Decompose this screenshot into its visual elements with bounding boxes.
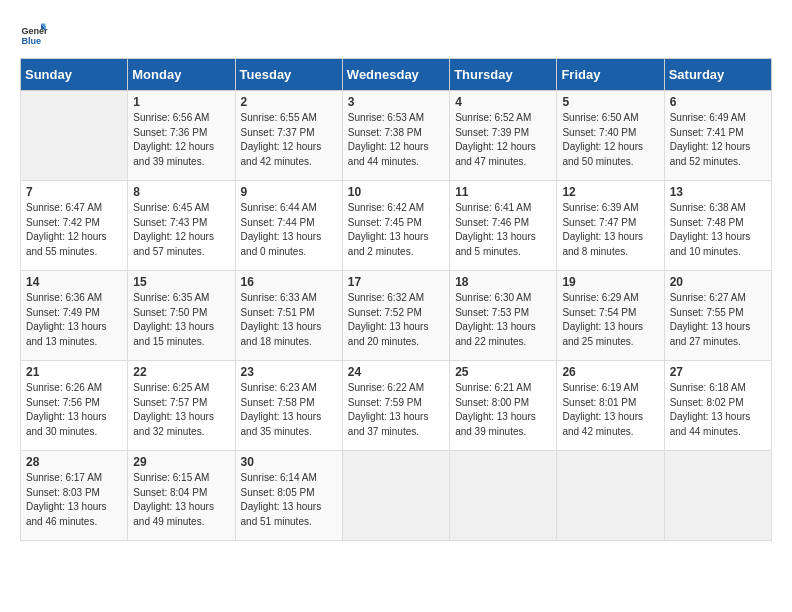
header-day: Friday (557, 59, 664, 91)
sunset-text: Sunset: 7:44 PM (241, 217, 315, 228)
cell-content: Sunrise: 6:32 AM Sunset: 7:52 PM Dayligh… (348, 291, 444, 349)
calendar-cell: 27 Sunrise: 6:18 AM Sunset: 8:02 PM Dayl… (664, 361, 771, 451)
sunrise-text: Sunrise: 6:44 AM (241, 202, 317, 213)
cell-content: Sunrise: 6:17 AM Sunset: 8:03 PM Dayligh… (26, 471, 122, 529)
sunset-text: Sunset: 7:52 PM (348, 307, 422, 318)
sunrise-text: Sunrise: 6:53 AM (348, 112, 424, 123)
sunset-text: Sunset: 7:40 PM (562, 127, 636, 138)
day-number: 12 (562, 185, 658, 199)
day-number: 14 (26, 275, 122, 289)
sunrise-text: Sunrise: 6:47 AM (26, 202, 102, 213)
sunset-text: Sunset: 7:36 PM (133, 127, 207, 138)
sunset-text: Sunset: 7:56 PM (26, 397, 100, 408)
sunset-text: Sunset: 7:48 PM (670, 217, 744, 228)
sunset-text: Sunset: 8:04 PM (133, 487, 207, 498)
day-number: 8 (133, 185, 229, 199)
day-number: 7 (26, 185, 122, 199)
calendar-cell: 14 Sunrise: 6:36 AM Sunset: 7:49 PM Dayl… (21, 271, 128, 361)
day-number: 17 (348, 275, 444, 289)
cell-content: Sunrise: 6:27 AM Sunset: 7:55 PM Dayligh… (670, 291, 766, 349)
calendar-cell: 19 Sunrise: 6:29 AM Sunset: 7:54 PM Dayl… (557, 271, 664, 361)
calendar-cell: 12 Sunrise: 6:39 AM Sunset: 7:47 PM Dayl… (557, 181, 664, 271)
day-number: 29 (133, 455, 229, 469)
day-number: 4 (455, 95, 551, 109)
calendar-week-row: 1 Sunrise: 6:56 AM Sunset: 7:36 PM Dayli… (21, 91, 772, 181)
cell-content: Sunrise: 6:26 AM Sunset: 7:56 PM Dayligh… (26, 381, 122, 439)
sunset-text: Sunset: 7:43 PM (133, 217, 207, 228)
calendar-cell (342, 451, 449, 541)
sunrise-text: Sunrise: 6:49 AM (670, 112, 746, 123)
sunrise-text: Sunrise: 6:42 AM (348, 202, 424, 213)
cell-content: Sunrise: 6:50 AM Sunset: 7:40 PM Dayligh… (562, 111, 658, 169)
sunset-text: Sunset: 7:39 PM (455, 127, 529, 138)
sunset-text: Sunset: 7:38 PM (348, 127, 422, 138)
header-day: Monday (128, 59, 235, 91)
sunset-text: Sunset: 8:05 PM (241, 487, 315, 498)
calendar-cell: 24 Sunrise: 6:22 AM Sunset: 7:59 PM Dayl… (342, 361, 449, 451)
svg-text:Blue: Blue (21, 36, 41, 46)
daylight-text: Daylight: 13 hours and 13 minutes. (26, 321, 107, 347)
sunset-text: Sunset: 7:58 PM (241, 397, 315, 408)
sunset-text: Sunset: 7:46 PM (455, 217, 529, 228)
sunrise-text: Sunrise: 6:22 AM (348, 382, 424, 393)
calendar-cell: 10 Sunrise: 6:42 AM Sunset: 7:45 PM Dayl… (342, 181, 449, 271)
calendar-cell: 23 Sunrise: 6:23 AM Sunset: 7:58 PM Dayl… (235, 361, 342, 451)
cell-content: Sunrise: 6:49 AM Sunset: 7:41 PM Dayligh… (670, 111, 766, 169)
cell-content: Sunrise: 6:14 AM Sunset: 8:05 PM Dayligh… (241, 471, 337, 529)
cell-content: Sunrise: 6:22 AM Sunset: 7:59 PM Dayligh… (348, 381, 444, 439)
day-number: 20 (670, 275, 766, 289)
sunrise-text: Sunrise: 6:21 AM (455, 382, 531, 393)
calendar-cell: 2 Sunrise: 6:55 AM Sunset: 7:37 PM Dayli… (235, 91, 342, 181)
sunrise-text: Sunrise: 6:19 AM (562, 382, 638, 393)
daylight-text: Daylight: 13 hours and 37 minutes. (348, 411, 429, 437)
daylight-text: Daylight: 13 hours and 27 minutes. (670, 321, 751, 347)
daylight-text: Daylight: 13 hours and 5 minutes. (455, 231, 536, 257)
daylight-text: Daylight: 12 hours and 50 minutes. (562, 141, 643, 167)
sunset-text: Sunset: 7:41 PM (670, 127, 744, 138)
daylight-text: Daylight: 12 hours and 47 minutes. (455, 141, 536, 167)
daylight-text: Daylight: 12 hours and 42 minutes. (241, 141, 322, 167)
calendar-cell: 30 Sunrise: 6:14 AM Sunset: 8:05 PM Dayl… (235, 451, 342, 541)
day-number: 10 (348, 185, 444, 199)
day-number: 13 (670, 185, 766, 199)
sunrise-text: Sunrise: 6:32 AM (348, 292, 424, 303)
logo-icon: General Blue (20, 20, 48, 48)
sunrise-text: Sunrise: 6:25 AM (133, 382, 209, 393)
daylight-text: Daylight: 13 hours and 25 minutes. (562, 321, 643, 347)
calendar-cell: 9 Sunrise: 6:44 AM Sunset: 7:44 PM Dayli… (235, 181, 342, 271)
sunrise-text: Sunrise: 6:55 AM (241, 112, 317, 123)
sunset-text: Sunset: 7:57 PM (133, 397, 207, 408)
sunset-text: Sunset: 7:45 PM (348, 217, 422, 228)
cell-content: Sunrise: 6:55 AM Sunset: 7:37 PM Dayligh… (241, 111, 337, 169)
day-number: 1 (133, 95, 229, 109)
calendar-cell: 15 Sunrise: 6:35 AM Sunset: 7:50 PM Dayl… (128, 271, 235, 361)
calendar-cell: 7 Sunrise: 6:47 AM Sunset: 7:42 PM Dayli… (21, 181, 128, 271)
daylight-text: Daylight: 13 hours and 18 minutes. (241, 321, 322, 347)
daylight-text: Daylight: 13 hours and 20 minutes. (348, 321, 429, 347)
day-number: 11 (455, 185, 551, 199)
sunrise-text: Sunrise: 6:27 AM (670, 292, 746, 303)
sunrise-text: Sunrise: 6:14 AM (241, 472, 317, 483)
cell-content: Sunrise: 6:23 AM Sunset: 7:58 PM Dayligh… (241, 381, 337, 439)
cell-content: Sunrise: 6:25 AM Sunset: 7:57 PM Dayligh… (133, 381, 229, 439)
cell-content: Sunrise: 6:56 AM Sunset: 7:36 PM Dayligh… (133, 111, 229, 169)
calendar-table: SundayMondayTuesdayWednesdayThursdayFrid… (20, 58, 772, 541)
sunset-text: Sunset: 7:49 PM (26, 307, 100, 318)
day-number: 3 (348, 95, 444, 109)
daylight-text: Daylight: 13 hours and 44 minutes. (670, 411, 751, 437)
daylight-text: Daylight: 13 hours and 42 minutes. (562, 411, 643, 437)
cell-content: Sunrise: 6:44 AM Sunset: 7:44 PM Dayligh… (241, 201, 337, 259)
cell-content: Sunrise: 6:52 AM Sunset: 7:39 PM Dayligh… (455, 111, 551, 169)
calendar-cell: 13 Sunrise: 6:38 AM Sunset: 7:48 PM Dayl… (664, 181, 771, 271)
calendar-week-row: 7 Sunrise: 6:47 AM Sunset: 7:42 PM Dayli… (21, 181, 772, 271)
daylight-text: Daylight: 12 hours and 44 minutes. (348, 141, 429, 167)
cell-content: Sunrise: 6:39 AM Sunset: 7:47 PM Dayligh… (562, 201, 658, 259)
sunrise-text: Sunrise: 6:52 AM (455, 112, 531, 123)
cell-content: Sunrise: 6:35 AM Sunset: 7:50 PM Dayligh… (133, 291, 229, 349)
calendar-cell: 4 Sunrise: 6:52 AM Sunset: 7:39 PM Dayli… (450, 91, 557, 181)
cell-content: Sunrise: 6:45 AM Sunset: 7:43 PM Dayligh… (133, 201, 229, 259)
day-number: 30 (241, 455, 337, 469)
sunset-text: Sunset: 8:03 PM (26, 487, 100, 498)
calendar-week-row: 28 Sunrise: 6:17 AM Sunset: 8:03 PM Dayl… (21, 451, 772, 541)
daylight-text: Daylight: 13 hours and 32 minutes. (133, 411, 214, 437)
